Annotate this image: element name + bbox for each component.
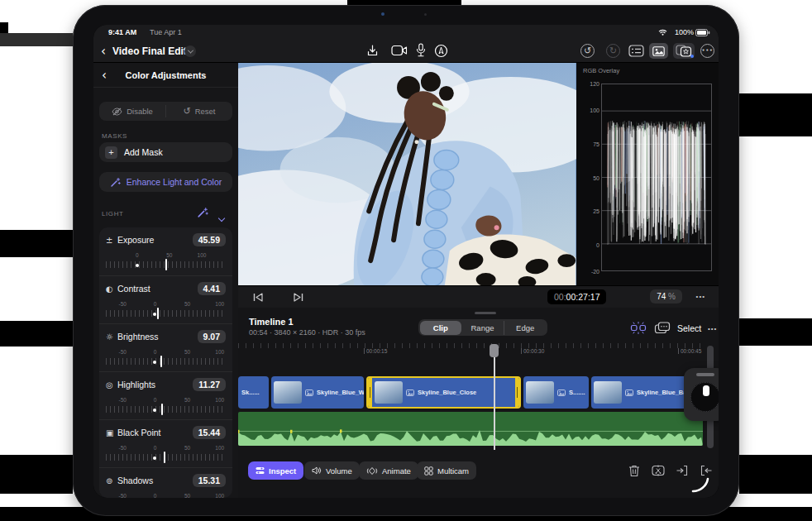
playhead-line xyxy=(494,347,495,450)
timeline-clip[interactable]: Sk...... xyxy=(238,376,269,409)
slider-indicator[interactable] xyxy=(157,308,159,319)
slider-value[interactable]: 4.41 xyxy=(198,282,226,295)
volume-button[interactable]: Volume xyxy=(304,461,360,480)
insert-left-icon[interactable] xyxy=(673,462,691,479)
slider-track[interactable]: -50 0 50 100 xyxy=(106,349,226,369)
more-icon[interactable]: ••• xyxy=(700,44,714,58)
clip-overlap-icon[interactable] xyxy=(654,321,671,335)
ruler-ticks xyxy=(238,343,707,348)
scope-axis-label: 100 xyxy=(590,108,599,113)
draw-icon[interactable] xyxy=(434,44,448,58)
jog-drag-handle[interactable] xyxy=(696,373,714,376)
timeline-clip[interactable]: S....... xyxy=(523,376,589,409)
microphone-icon[interactable] xyxy=(415,43,427,58)
multicam-button[interactable]: Multicam xyxy=(417,461,476,480)
scope-axis-label: 0 xyxy=(596,242,599,248)
front-camera-dot xyxy=(381,12,385,16)
slider-indicator[interactable] xyxy=(160,356,162,367)
media-icon[interactable] xyxy=(649,43,668,59)
redo-icon[interactable]: ↻ xyxy=(606,44,620,58)
background-window-fragment xyxy=(0,22,8,33)
slider-indicator[interactable] xyxy=(161,404,163,415)
slider-value[interactable]: 15.44 xyxy=(193,426,226,439)
camera-icon[interactable] xyxy=(391,45,408,56)
timeline-clip-selected[interactable]: Skyline_Blue_Close xyxy=(366,376,521,409)
slider-value[interactable]: 45.59 xyxy=(193,233,226,246)
trim-handle-left[interactable] xyxy=(368,378,372,407)
light-wand-icon[interactable] xyxy=(197,207,208,218)
effects-icon[interactable] xyxy=(673,43,695,59)
slider-track[interactable]: -50 0 50 100 xyxy=(106,445,226,465)
video-preview[interactable] xyxy=(238,63,576,285)
slider-indicator[interactable] xyxy=(164,452,165,463)
clip-thumbnail xyxy=(274,381,302,404)
slider-track[interactable]: -50 0 50 100 xyxy=(106,397,226,417)
battery-percent: 100% xyxy=(675,28,694,36)
panel-header: ‹ Color Adjustments xyxy=(93,63,238,88)
effects-badge-dot xyxy=(690,55,694,58)
import-icon[interactable] xyxy=(365,44,380,58)
disable-button[interactable]: Disable xyxy=(99,102,165,121)
light-collapse-chevron-icon[interactable] xyxy=(219,209,224,224)
project-title-chevron[interactable] xyxy=(184,45,196,57)
jog-dial[interactable] xyxy=(690,382,719,412)
delete-clip-icon[interactable] xyxy=(625,462,643,479)
photo-icon xyxy=(406,390,414,396)
background-window-fragment xyxy=(739,93,812,136)
timeline-scrollbar-thumb[interactable] xyxy=(707,346,714,370)
exposure-icon: ± xyxy=(106,236,117,245)
timeline-info: Timeline 1 00:54 · 3840 × 2160 · HDR · 3… xyxy=(249,317,365,337)
select-tool-label[interactable]: Select xyxy=(677,323,701,333)
slider-track[interactable]: -50 0 50 100 xyxy=(106,493,226,498)
skip-forward-icon[interactable] xyxy=(294,293,303,302)
blade-split-icon[interactable] xyxy=(649,462,667,479)
timeline-area: Timeline 1 00:54 · 3840 × 2160 · HDR · 3… xyxy=(238,308,719,498)
browser-icon[interactable] xyxy=(628,45,644,57)
timeline-clip[interactable]: Skyline_Blue_Wide xyxy=(271,376,364,409)
clip-label: S....... xyxy=(569,389,585,396)
slider-value[interactable]: 11.27 xyxy=(193,378,226,391)
skip-back-icon[interactable] xyxy=(253,293,263,302)
page-curl-indicator[interactable] xyxy=(690,476,711,493)
slider-indicator[interactable] xyxy=(165,259,167,270)
preview-more-icon[interactable]: ••• xyxy=(696,293,705,300)
preview-zoom-level[interactable]: 74 % xyxy=(650,289,682,304)
slider-value[interactable]: 9.07 xyxy=(198,330,226,343)
mode-clip[interactable]: Clip xyxy=(420,321,462,335)
timeline-resize-handle[interactable] xyxy=(475,312,496,314)
mode-range[interactable]: Range xyxy=(461,321,504,335)
undo-icon[interactable]: ↺ xyxy=(580,44,595,58)
background-window-fragment xyxy=(0,230,73,257)
mode-edge[interactable]: Edge xyxy=(504,321,547,335)
reset-icon: ↺ xyxy=(183,106,190,117)
panel-back-icon[interactable]: ‹ xyxy=(102,68,107,83)
scope-title: RGB Overlay xyxy=(583,67,619,74)
photo-icon xyxy=(625,390,633,396)
timeline-more-icon[interactable]: ••• xyxy=(708,325,717,332)
slider-track[interactable]: -50 0 50 100 xyxy=(106,301,226,321)
slider-track[interactable]: 0 50 100 xyxy=(106,252,226,272)
back-icon[interactable]: ‹ xyxy=(101,44,106,59)
plus-icon: + xyxy=(105,146,117,159)
animate-button[interactable]: Animate xyxy=(359,461,418,480)
enhance-light-color-button[interactable]: Enhance Light and Color xyxy=(99,172,232,192)
inspect-button[interactable]: Inspect xyxy=(248,461,303,480)
trim-handle-right[interactable] xyxy=(515,378,519,407)
audio-track[interactable] xyxy=(238,412,703,446)
timecode-display[interactable]: 00:00:27:17 xyxy=(547,289,606,304)
slider-name: Shadows xyxy=(117,476,193,485)
add-mask-button[interactable]: + Add Mask xyxy=(99,142,232,162)
slider-name: Contrast xyxy=(117,284,198,294)
volume-label: Volume xyxy=(326,466,352,476)
photo-icon xyxy=(305,390,313,396)
slider-value[interactable]: 15.31 xyxy=(193,474,226,487)
jog-wheel-widget[interactable] xyxy=(684,368,719,421)
magnetic-timeline-icon[interactable] xyxy=(629,321,647,335)
project-title[interactable]: Video Final Edit xyxy=(112,45,187,57)
sensor-dot xyxy=(424,13,427,16)
clip-thumbnail xyxy=(594,381,622,404)
playhead-handle[interactable] xyxy=(490,344,499,357)
timeline-ruler[interactable]: 00:00:15 00:00:30 00:00:45 xyxy=(238,343,707,357)
slider-black-point: ▣ Black Point 15.44 -50 0 50 100 xyxy=(99,419,232,467)
reset-button[interactable]: ↺ Reset xyxy=(166,102,232,121)
